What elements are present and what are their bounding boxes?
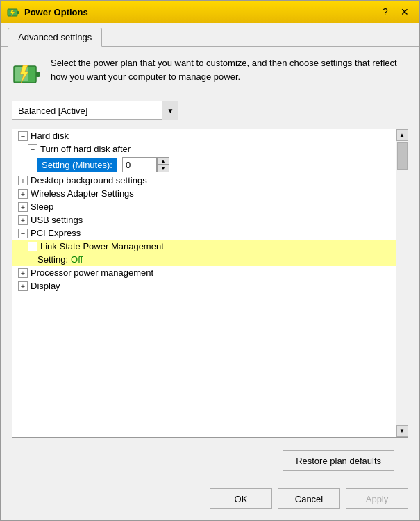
expand-icon-usb[interactable]: + [18, 215, 28, 225]
power-plan-icon [12, 59, 42, 90]
expand-icon-processor-power[interactable]: + [18, 268, 28, 278]
plan-dropdown-section: Balanced [Active] ▼ [12, 101, 408, 120]
expand-icon-pci-express[interactable]: − [18, 229, 28, 238]
expand-icon-hard-disk[interactable]: − [18, 131, 28, 141]
expand-icon-display[interactable]: + [18, 281, 28, 291]
tree-label-sleep: Sleep [31, 201, 53, 212]
minutes-input[interactable] [122, 157, 157, 172]
minutes-spinner[interactable]: ▲ ▼ [122, 157, 169, 172]
tree-label-hard-disk: Hard disk [31, 131, 69, 141]
apply-button[interactable]: Apply [346, 488, 408, 509]
expand-icon-desktop-bg[interactable]: + [18, 176, 28, 185]
svg-rect-1 [17, 11, 19, 14]
plan-dropdown-wrapper[interactable]: Balanced [Active] ▼ [12, 101, 178, 120]
tab-bar: Advanced settings [1, 23, 419, 46]
expand-icon-turn-off-hd[interactable]: − [28, 144, 37, 154]
tree-label-desktop-bg: Desktop background settings [31, 175, 147, 185]
tree-label-wireless: Wireless Adapter Settings [31, 188, 134, 199]
info-section: Select the power plan that you want to c… [12, 56, 408, 90]
expand-icon-wireless[interactable]: + [18, 189, 28, 199]
ok-button[interactable]: OK [210, 488, 272, 509]
tree-item-wireless[interactable]: + Wireless Adapter Settings [12, 187, 396, 200]
tree-item-link-state[interactable]: − Link State Power Management [12, 240, 396, 253]
scroll-down-btn[interactable]: ▼ [396, 425, 408, 437]
expand-icon-link-state[interactable]: − [28, 242, 37, 251]
cancel-button[interactable]: Cancel [278, 488, 340, 509]
tree-scrollbar: ▲ ▼ [396, 129, 408, 437]
restore-section: Restore plan defaults [283, 450, 394, 471]
tree-label-pci-express: PCI Express [31, 228, 81, 238]
tree-label-processor-power: Processor power management [31, 267, 153, 278]
tree-label-turn-off-hd: Turn off hard disk after [40, 144, 131, 154]
scroll-track[interactable] [396, 141, 408, 425]
tree-item-turn-off-hd[interactable]: − Turn off hard disk after [12, 142, 396, 156]
settings-tree: − Hard disk − Turn off hard disk after S… [12, 129, 408, 438]
link-state-setting-label: Setting: [37, 254, 68, 265]
svg-rect-4 [36, 72, 40, 77]
content-area: Select the power plan that you want to c… [1, 46, 419, 481]
expand-icon-sleep[interactable]: + [18, 202, 28, 212]
tree-label-usb: USB settings [31, 215, 83, 225]
close-button[interactable]: ✕ [396, 4, 414, 19]
help-button[interactable]: ? [376, 4, 394, 19]
dialog-button-row: OK Cancel Apply [1, 481, 419, 520]
tree-item-link-state-value[interactable]: Setting: Off [12, 253, 396, 266]
setting-minutes-label: Setting (Minutes): [37, 158, 117, 172]
power-options-icon [6, 5, 20, 19]
spin-down-btn[interactable]: ▼ [157, 165, 169, 172]
tree-label-display: Display [31, 281, 60, 291]
scroll-thumb [397, 142, 408, 170]
tree-item-display[interactable]: + Display [12, 279, 396, 292]
title-bar: Power Options ? ✕ [1, 1, 419, 23]
tree-content: − Hard disk − Turn off hard disk after S… [12, 129, 408, 292]
tree-item-pci-express[interactable]: − PCI Express [12, 226, 396, 240]
restore-plan-defaults-button[interactable]: Restore plan defaults [283, 450, 394, 471]
tree-label-link-state: Link State Power Management [40, 241, 164, 251]
link-state-setting-value: Off [71, 254, 83, 265]
tree-item-setting-minutes: Setting (Minutes): ▲ ▼ [12, 156, 396, 174]
window-title: Power Options [24, 7, 376, 17]
info-description: Select the power plan that you want to c… [51, 56, 408, 83]
tree-item-processor-power[interactable]: + Processor power management [12, 266, 396, 279]
tree-item-desktop-bg[interactable]: + Desktop background settings [12, 174, 396, 187]
power-options-window: Power Options ? ✕ Advanced settings Sele… [0, 0, 420, 521]
scroll-up-btn[interactable]: ▲ [396, 129, 408, 141]
spinner-buttons: ▲ ▼ [157, 157, 169, 172]
spin-up-btn[interactable]: ▲ [157, 157, 169, 165]
tree-item-usb[interactable]: + USB settings [12, 213, 396, 226]
tree-item-hard-disk[interactable]: − Hard disk [12, 129, 396, 142]
tab-advanced-settings[interactable]: Advanced settings [8, 28, 102, 47]
tree-item-sleep[interactable]: + Sleep [12, 200, 396, 213]
title-bar-controls: ? ✕ [376, 4, 414, 19]
plan-dropdown[interactable]: Balanced [Active] [12, 101, 178, 120]
